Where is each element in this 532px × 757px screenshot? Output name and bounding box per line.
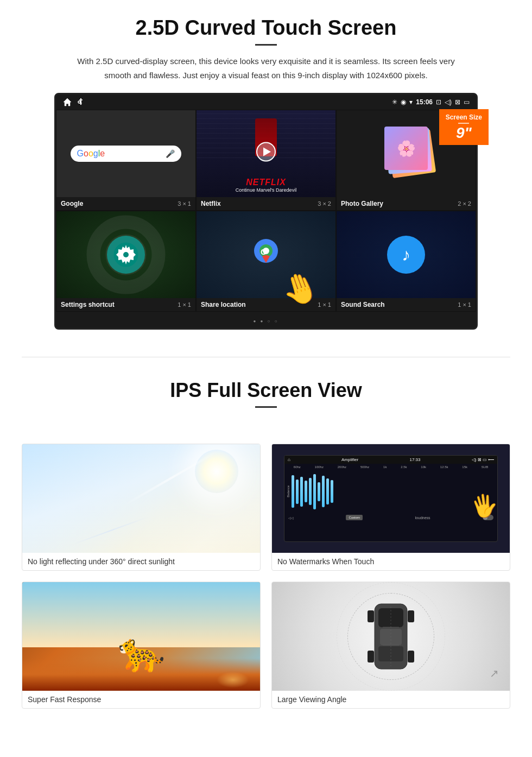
netflix-play-button[interactable] — [256, 142, 276, 161]
freq-sub: SUB — [482, 465, 488, 469]
svg-text:G: G — [261, 248, 267, 256]
svg-point-5 — [110, 238, 142, 271]
badge-dash — [458, 123, 469, 124]
netflix-app-name: Netflix — [201, 200, 221, 207]
google-app-name: Google — [61, 200, 83, 207]
netflix-subtitle: Continue Marvel's Daredevil — [201, 187, 331, 193]
eq-bar-6 — [313, 474, 316, 509]
volume-icon: ◁) — [445, 98, 452, 106]
dots: ● ● ○ ○ — [254, 319, 279, 324]
wifi-icon: ▾ — [409, 98, 413, 106]
netflix-logo: NETFLIX — [201, 178, 331, 187]
freq-12k5: 12.5k — [440, 465, 448, 469]
sun-rays — [195, 450, 238, 493]
angle-indicator: ↗ — [490, 667, 499, 680]
svg-rect-19 — [368, 651, 374, 663]
freq-200hz: 200hz — [338, 465, 346, 469]
freq-label-row: 60hz 100hz 200hz 500hz 1k 2.5k 10k 12.5k… — [287, 465, 495, 469]
app-cell-netflix[interactable]: NETFLIX Continue Marvel's Daredevil Netf… — [196, 110, 336, 211]
sound-label-bar: Sound Search 1 × 1 — [337, 298, 476, 311]
google-logo: Google — [77, 149, 105, 159]
close-icon: ⊠ — [455, 98, 460, 106]
settings-bg-decoration — [85, 214, 167, 295]
status-time: 15:06 — [416, 98, 433, 106]
window-icon: ▭ — [464, 98, 470, 106]
cheetah-caption: Super Fast Response — [22, 691, 260, 708]
freq-500hz: 500hz — [360, 465, 369, 469]
badge-size: 9" — [446, 125, 482, 141]
share-app-name: Share location — [201, 301, 246, 308]
bluetooth-icon: ✳ — [392, 98, 397, 106]
eq-bar-2 — [296, 480, 299, 504]
play-triangle — [263, 147, 271, 156]
google-label-bar: Google 3 × 1 — [56, 197, 195, 210]
eq-bar-9 — [326, 478, 329, 504]
eq-bar-1 — [292, 475, 294, 508]
eq-bar-4 — [305, 481, 307, 502]
title-underline — [255, 44, 277, 46]
netflix-app-size: 3 × 2 — [318, 200, 331, 207]
cheetah-emoji: 🐆 — [118, 630, 165, 674]
status-bar: ✳ ◉ ▾ 15:06 ⊡ ◁) ⊠ ▭ — [56, 94, 476, 110]
google-mic-icon[interactable]: 🎤 — [166, 149, 175, 158]
amplifier-caption: No Watermarks When Touch — [272, 553, 510, 570]
amp-custom-btn: Custom — [346, 515, 363, 520]
usb-icon — [78, 97, 84, 107]
svg-rect-3 — [80, 103, 82, 104]
pagination-dots: ● ● ○ ○ — [56, 312, 476, 328]
ips-title-underline — [255, 406, 277, 408]
sound-app-name: Sound Search — [341, 301, 385, 308]
netflix-overlay: NETFLIX Continue Marvel's Daredevil — [197, 173, 335, 197]
netflix-content: NETFLIX Continue Marvel's Daredevil — [197, 110, 335, 197]
amp-header-label: Amplifier — [341, 457, 358, 462]
app-cell-share[interactable]: G 🤚 Share location 1 × 1 — [196, 211, 336, 312]
car-caption: Large Viewing Angle — [272, 691, 510, 708]
share-content: G 🤚 — [197, 211, 335, 298]
car-top-view-svg — [366, 598, 415, 674]
app-cell-settings[interactable]: Settings shortcut 1 × 1 — [56, 211, 196, 312]
section-divider — [22, 357, 510, 357]
amp-footer: ◁◁ Custom loudness — [287, 513, 495, 522]
app-cell-sound[interactable]: ♪ Sound Search 1 × 1 — [336, 211, 476, 312]
amp-header-icons: ◁) ⊠ ▭ ⟵ — [472, 457, 494, 462]
maps-icon-container: G — [252, 237, 280, 272]
section-ips: IPS Full Screen View — [0, 368, 532, 433]
feature-car: ↗ Large Viewing Angle — [271, 582, 510, 709]
eq-bar-8 — [322, 476, 325, 507]
device-mockup: ✳ ◉ ▾ 15:06 ⊡ ◁) ⊠ ▭ — [54, 93, 478, 330]
freq-1k: 1k — [383, 465, 387, 469]
google-app-size: 3 × 1 — [178, 200, 191, 207]
sound-app-size: 1 × 1 — [458, 301, 471, 308]
home-icon — [62, 97, 72, 107]
section1-description: With 2.5D curved-display screen, this de… — [76, 54, 456, 82]
eq-bar-5 — [309, 478, 312, 505]
dust-cloud — [217, 672, 249, 688]
amp-header-home: ⌂ — [288, 457, 290, 462]
sunlight-caption: No light reflecting under 360° direct su… — [22, 553, 260, 570]
gallery-label-bar: Photo Gallery 2 × 2 — [337, 197, 476, 210]
app-grid: Google 🎤 Google 3 × 1 — [56, 110, 476, 312]
settings-app-size: 1 × 1 — [178, 301, 191, 308]
sound-content: ♪ — [337, 211, 476, 298]
amp-equalizer: Balance — [287, 470, 495, 513]
google-search-bar[interactable]: Google 🎤 — [71, 146, 182, 162]
balance-label: Balance — [287, 485, 290, 497]
camera-icon: ⊡ — [436, 98, 441, 106]
music-icon-circle: ♪ — [387, 236, 425, 274]
freq-10k: 10k — [421, 465, 426, 469]
share-app-size: 1 × 1 — [318, 301, 331, 308]
google-content: Google 🎤 — [56, 110, 195, 197]
feature-sunlight: No light reflecting under 360° direct su… — [22, 444, 261, 571]
maps-pin-icon: G — [252, 237, 280, 270]
device-frame: ✳ ◉ ▾ 15:06 ⊡ ◁) ⊠ ▭ — [54, 93, 478, 330]
settings-app-name: Settings shortcut — [61, 301, 115, 308]
app-cell-google[interactable]: Google 🎤 Google 3 × 1 — [56, 110, 196, 211]
photo-card-3: 🌸 — [384, 127, 428, 170]
amp-header: ⌂ Amplifier 17:33 ◁) ⊠ ▭ ⟵ — [284, 456, 497, 464]
settings-label-bar: Settings shortcut 1 × 1 — [56, 298, 195, 311]
svg-rect-20 — [408, 651, 414, 663]
svg-point-2 — [78, 101, 80, 103]
svg-point-4 — [93, 222, 159, 287]
section2-title: IPS Full Screen View — [22, 379, 510, 402]
screen-size-badge: Screen Size 9" — [439, 109, 489, 145]
